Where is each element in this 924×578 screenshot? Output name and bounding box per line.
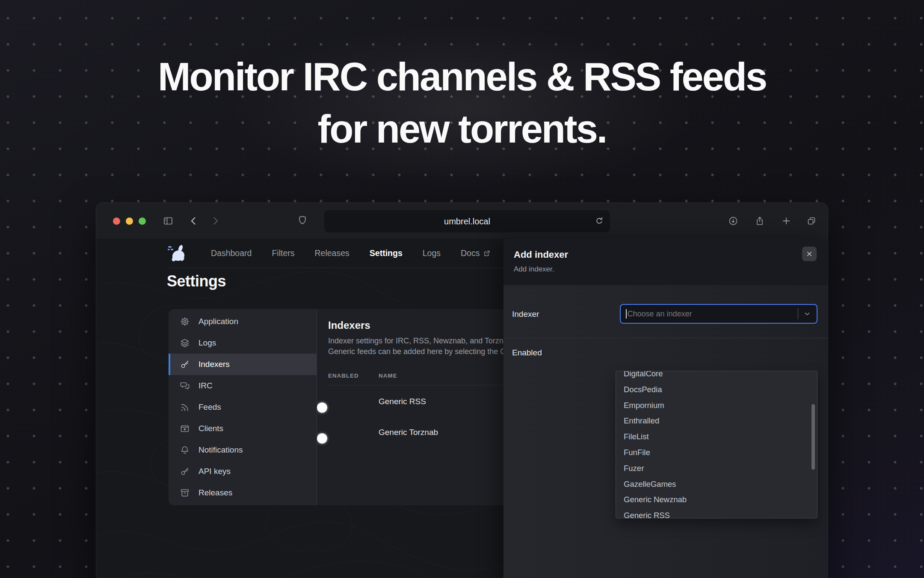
close-button[interactable] (802, 247, 817, 261)
indexer-name: Generic Torznab (379, 428, 438, 437)
download-icon[interactable] (728, 216, 738, 226)
settings-sidebar: Application Logs Indexers IRC Feeds (169, 309, 317, 505)
add-indexer-modal: Add indexer Add indexer. Indexer Enable (503, 239, 828, 578)
forward-icon[interactable] (210, 216, 220, 226)
download-box-icon (180, 423, 190, 434)
indexer-name: Generic RSS (379, 397, 426, 406)
tab-overview-icon[interactable] (806, 216, 817, 226)
nav-filters[interactable]: Filters (272, 248, 294, 258)
nav-releases[interactable]: Releases (315, 248, 349, 258)
close-icon (806, 250, 813, 257)
indexer-input[interactable] (628, 310, 798, 319)
browser-toolbar: umbrel.local (96, 203, 828, 239)
hero-line-1: Monitor IRC channels & RSS feeds (158, 55, 766, 98)
browser-window: umbrel.local (96, 203, 828, 578)
chevron-down-icon[interactable] (803, 310, 811, 318)
sidebar-item-clients[interactable]: Clients (169, 418, 317, 439)
dropdown-option[interactable]: Fuzer (616, 461, 817, 477)
nav-logs[interactable]: Logs (423, 248, 441, 258)
sidebar-item-notifications[interactable]: Notifications (169, 439, 317, 461)
modal-body: Indexer Enabled DigitalCore DocsPedia Em… (503, 285, 828, 578)
shield-icon[interactable] (297, 215, 308, 225)
dropdown-option[interactable]: FileList (616, 429, 817, 445)
traffic-lights (113, 217, 146, 225)
col-enabled: ENABLED (328, 372, 379, 379)
dropdown-option[interactable]: DocsPedia (616, 382, 817, 398)
hero-line-2: for new torrents. (318, 107, 607, 151)
indexer-combobox[interactable] (620, 304, 817, 324)
url-text: umbrel.local (444, 217, 490, 226)
text-caret (626, 309, 627, 319)
dropdown-option[interactable]: Generic RSS (616, 508, 817, 518)
sidebar-label: Indexers (198, 360, 230, 369)
sidebar-item-application[interactable]: Application (169, 311, 317, 332)
sidebar-label: Clients (198, 424, 223, 433)
combobox-separator (798, 308, 799, 319)
key-icon (180, 359, 190, 369)
sidebar-label: Application (198, 317, 238, 326)
sidebar-toggle-icon[interactable] (163, 216, 173, 226)
back-icon[interactable] (189, 216, 199, 226)
sidebar-label: Notifications (198, 445, 243, 455)
dropdown-option[interactable]: DigitalCore (616, 371, 817, 382)
zoom-window-button[interactable] (139, 217, 146, 225)
sidebar-item-logs[interactable]: Logs (169, 332, 317, 354)
external-link-icon (483, 250, 491, 257)
dropdown-list: DigitalCore DocsPedia Empornium Enthrall… (616, 371, 817, 518)
stack-icon (180, 338, 190, 348)
new-tab-icon[interactable] (781, 216, 791, 226)
dropdown-scrollbar[interactable] (811, 404, 815, 470)
modal-title: Add indexer (514, 249, 828, 260)
minimize-window-button[interactable] (126, 217, 133, 225)
nav-docs-label: Docs (461, 248, 480, 258)
dropdown-option[interactable]: Generic Newznab (616, 492, 817, 508)
dropdown-option[interactable]: Enthralled (616, 413, 817, 429)
col-name: NAME (379, 372, 397, 379)
nav-settings[interactable]: Settings (370, 248, 403, 258)
nav-dashboard[interactable]: Dashboard (211, 248, 252, 258)
toggle-knob (317, 433, 327, 444)
dropdown-option[interactable]: GazelleGames (616, 477, 817, 492)
modal-header: Add indexer Add indexer. (503, 239, 828, 285)
archive-icon (180, 488, 190, 498)
rss-icon (180, 402, 190, 412)
app-content: Dashboard Filters Releases Settings Logs… (96, 239, 828, 578)
sidebar-item-releases[interactable]: Releases (169, 482, 317, 504)
share-icon[interactable] (755, 216, 765, 226)
close-window-button[interactable] (113, 217, 120, 225)
dropdown-option[interactable]: FunFile (616, 445, 817, 461)
page-title: Settings (167, 272, 226, 290)
autobrr-rabbit-logo (167, 243, 187, 264)
sidebar-label: Logs (198, 338, 216, 348)
toggle-knob (317, 402, 327, 413)
modal-subtitle: Add indexer. (514, 265, 828, 274)
nav-docs[interactable]: Docs (461, 248, 491, 258)
sidebar-label: API keys (198, 467, 231, 476)
gear-icon (180, 316, 190, 327)
sidebar-label: Feeds (198, 402, 221, 412)
sidebar-item-irc[interactable]: IRC (169, 375, 317, 396)
sidebar-label: IRC (198, 381, 213, 390)
indexer-field-label: Indexer (512, 310, 539, 319)
hero-title: Monitor IRC channels & RSS feeds for new… (0, 51, 924, 155)
indexer-dropdown: DigitalCore DocsPedia Empornium Enthrall… (616, 371, 817, 518)
address-bar[interactable]: umbrel.local (324, 210, 610, 232)
sidebar-item-api-keys[interactable]: API keys (169, 461, 317, 482)
refresh-icon[interactable] (595, 216, 604, 226)
indexer-field-row: Indexer (503, 285, 828, 338)
dropdown-option[interactable]: Empornium (616, 398, 817, 414)
key-icon (180, 466, 190, 477)
chat-icon (180, 381, 190, 391)
sidebar-item-feeds[interactable]: Feeds (169, 396, 317, 418)
sidebar-item-indexers[interactable]: Indexers (169, 354, 317, 375)
bell-icon (180, 445, 190, 455)
sidebar-label: Releases (198, 488, 232, 498)
enabled-field-label: Enabled (512, 348, 542, 358)
